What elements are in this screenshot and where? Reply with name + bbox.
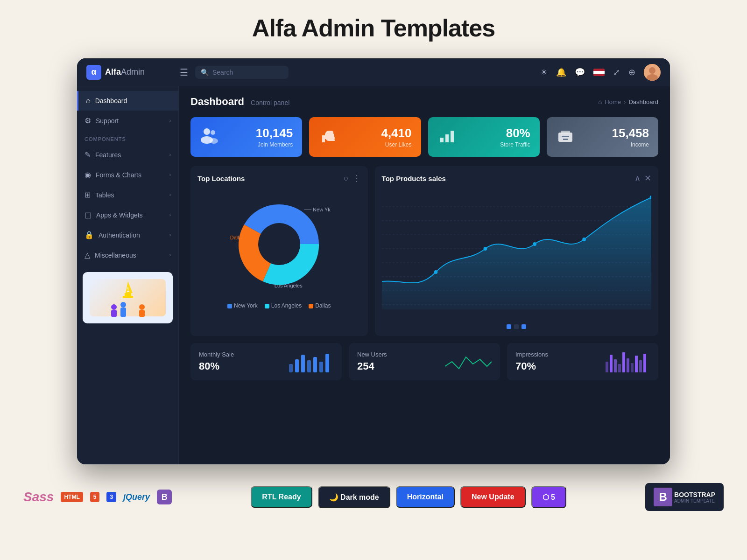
svg-rect-18 [445,134,449,142]
tables-icon: ⊞ [85,190,91,199]
legend-item-ny: New York [227,302,258,309]
stat-label: User Likes [381,141,411,148]
bell-icon[interactable]: 🔔 [556,67,566,77]
misc-icon: △ [85,251,90,259]
forms-icon: ◉ [85,170,91,179]
close-icon[interactable]: ✕ [644,173,651,183]
svg-point-7 [111,304,117,310]
search-box: 🔍 [195,66,289,79]
svg-rect-5 [123,296,133,298]
svg-rect-21 [561,131,570,133]
rtl-ready-badge[interactable]: RTL Ready [251,486,312,508]
legend-item-la: Los Angeles [265,302,302,309]
svg-rect-4 [125,293,131,296]
sidebar-item-label: Support [96,117,119,125]
sidebar-item-dashboard[interactable]: ⌂ Dashboard [77,91,178,111]
sidebar-item-features[interactable]: ✎ Features › [77,145,178,165]
stat-value: 10,145 [256,126,293,140]
mini-card-info: Impressions 70% [515,351,548,372]
hamburger-button[interactable]: ☰ [180,67,188,78]
mini-card-info: New Users 254 [357,351,387,372]
footer-badges: RTL Ready 🌙 Dark mode Horizontal New Upd… [251,486,566,508]
settings-icon[interactable]: ⊕ [628,67,635,77]
more-icon[interactable]: ⋮ [352,173,361,183]
circle-icon[interactable]: ○ [344,174,349,183]
flag-icon[interactable] [593,69,605,76]
chart-title: Top Products sales [382,175,446,182]
svg-rect-50 [622,352,625,372]
mini-card-value: 80% [199,360,234,372]
chevron-up-icon[interactable]: ∧ [634,173,641,183]
footer-logos: Sass HTML 5 3 jQuery B [23,490,172,504]
sidebar-item-tables[interactable]: ⊞ Tables › [77,185,178,205]
topbar: α AlfaAdmin ☰ 🔍 ☀ 🔔 💬 ⤢ ⊕ [77,58,670,86]
avatar[interactable] [644,64,661,81]
apps-icon: ◫ [85,210,92,219]
html5-badge: 5 [90,492,100,502]
version-badge[interactable]: ⬡ 5 [531,486,566,508]
topbar-right: ☀ 🔔 💬 ⤢ ⊕ [540,64,661,81]
dallas-label: Dallas ── [230,235,253,240]
page-wrapper: Alfa Admin Templates α AlfaAdmin ☰ 🔍 ☀ 🔔 [0,0,747,560]
breadcrumb-home-icon: ⌂ [598,98,602,105]
stat-value: 15,458 [612,126,649,140]
features-icon: ✎ [85,150,91,159]
sidebar-item-support[interactable]: ⚙ Support › [77,111,178,131]
chart-dot[interactable] [514,324,519,329]
content-area: Dashboard Control panel ⌂ Home › Dashboa… [179,86,670,464]
bootstrap-logo: B BOOTSTRAP ADMIN TEMPLATE [645,483,724,511]
breadcrumb-separator: › [624,98,626,105]
svg-point-1 [649,67,655,74]
sidebar-item-authentication[interactable]: 🔒 Authentication › [77,225,178,245]
members-icon [200,126,218,148]
brightness-icon[interactable]: ☀ [540,67,548,77]
svg-rect-41 [301,355,305,372]
income-icon [556,126,575,148]
jquery-logo: jQuery [123,492,150,502]
sass-logo: Sass [23,490,54,504]
search-input[interactable] [212,69,278,76]
svg-rect-23 [563,139,568,140]
horizontal-badge[interactable]: Horizontal [396,486,455,508]
sparkline-impressions [603,350,650,373]
svg-rect-47 [610,355,613,372]
dark-mode-badge[interactable]: 🌙 Dark mode [318,486,390,508]
chevron-right-icon: › [169,212,171,217]
stat-info-members: 10,145 Join Members [256,126,293,148]
breadcrumb-home: Home [605,98,621,105]
chat-icon[interactable]: 💬 [575,67,585,77]
likes-icon [318,126,337,148]
sidebar-item-label: Forms & Charts [96,171,141,179]
stat-info-traffic: 80% Store Traffic [500,126,530,148]
footer-area: Sass HTML 5 3 jQuery B RTL Ready 🌙 Dark … [0,483,747,511]
svg-point-37 [582,238,586,241]
stat-card-income: 15,458 Income [547,117,658,157]
chart-dot[interactable] [521,324,526,329]
svg-rect-55 [643,354,646,372]
bootstrap-title: BOOTSTRAP [674,491,715,498]
stat-card-traffic: 80% Store Traffic [428,117,540,157]
chevron-right-icon: › [169,118,171,123]
main-layout: ⌂ Dashboard ⚙ Support › Components ✎ Fea… [77,86,670,464]
mini-card-label: New Users [357,351,387,358]
svg-rect-54 [639,360,642,372]
stat-info-income: 15,458 Income [612,126,649,148]
sidebar-item-forms-charts[interactable]: ◉ Forms & Charts › [77,165,178,185]
chart-dot-active[interactable] [507,324,511,329]
lock-icon: 🔒 [85,231,94,239]
svg-rect-51 [627,358,629,372]
sidebar-item-miscellaneous[interactable]: △ Miscellaneous › [77,245,178,265]
support-icon: ⚙ [85,116,91,125]
chevron-right-icon: › [169,152,171,157]
stat-card-members: 10,145 Join Members [190,117,302,157]
fullscreen-icon[interactable]: ⤢ [613,67,620,77]
stat-card-likes: 4,410 User Likes [309,117,421,157]
svg-point-34 [434,270,437,274]
chart-title: Top Locations [197,175,245,182]
sidebar-item-label: Miscellaneous [95,252,136,259]
html-badge: HTML [61,492,83,502]
new-update-badge[interactable]: New Update [460,486,526,508]
sidebar-item-apps-widgets[interactable]: ◫ Apps & Widgets › [77,205,178,225]
line-chart-svg [382,188,651,319]
chart-controls: ∧ ✕ [634,173,651,183]
